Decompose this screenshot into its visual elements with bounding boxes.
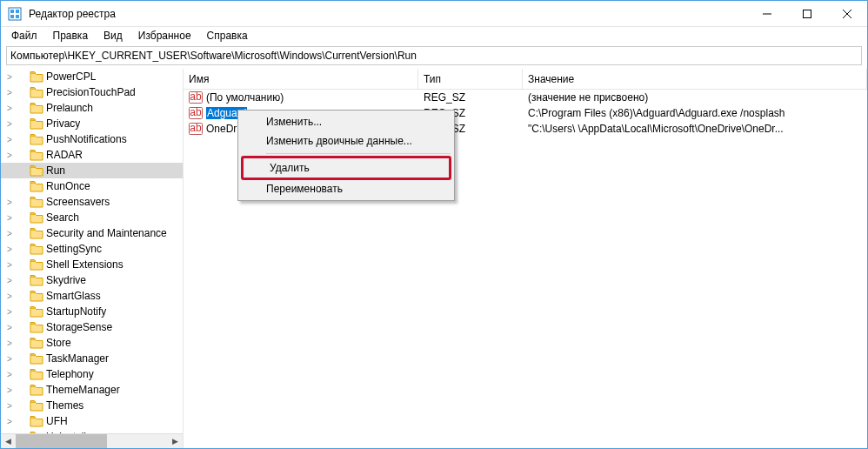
- svg-rect-6: [804, 10, 811, 17]
- tree-item[interactable]: >Privacy: [1, 116, 183, 131]
- expand-chevron-icon[interactable]: >: [4, 417, 15, 426]
- expand-chevron-icon[interactable]: >: [4, 104, 15, 113]
- tree-item[interactable]: >RunOnce: [1, 178, 183, 194]
- tree-item[interactable]: >Telephony: [1, 366, 183, 382]
- svg-text:ab: ab: [190, 107, 202, 118]
- expand-chevron-icon[interactable]: >: [4, 213, 15, 223]
- expand-chevron-icon[interactable]: >: [4, 401, 15, 411]
- value-data: (значение не присвоено): [523, 91, 867, 104]
- expand-chevron-icon[interactable]: >: [4, 72, 15, 82]
- menu-file[interactable]: Файл: [4, 28, 44, 44]
- expand-chevron-icon[interactable]: >: [4, 260, 15, 270]
- app-icon: [8, 7, 22, 21]
- menu-favorites[interactable]: Избранное: [131, 28, 198, 44]
- column-header-type[interactable]: Тип: [418, 69, 523, 89]
- tree-item-label: StorageSense: [46, 321, 112, 333]
- tree-item-label: Security and Maintenance: [46, 227, 167, 239]
- tree-item-label: ThemeManager: [46, 384, 120, 396]
- string-value-icon: ab: [189, 91, 203, 104]
- list-header: Имя Тип Значение: [184, 69, 867, 90]
- tree-item[interactable]: >Screensavers: [1, 194, 183, 210]
- folder-icon: [30, 384, 43, 396]
- tree-item[interactable]: >Skydrive: [1, 272, 183, 288]
- tree-item[interactable]: >RADAR: [1, 147, 183, 163]
- tree-item-label: RADAR: [46, 149, 83, 161]
- expand-chevron-icon[interactable]: >: [4, 354, 15, 364]
- column-header-data[interactable]: Значение: [523, 69, 867, 89]
- column-header-name[interactable]: Имя: [184, 69, 418, 89]
- tree-item-label: Skydrive: [46, 274, 86, 286]
- context-menu-delete[interactable]: Удалить: [241, 156, 451, 180]
- window-title: Редактор реестра: [29, 8, 747, 20]
- tree-body[interactable]: >PowerCPL>PrecisionTouchPad>Prelaunch>Pr…: [1, 69, 183, 433]
- tree-item[interactable]: >Shell Extensions: [1, 257, 183, 272]
- tree-item[interactable]: >TaskManager: [1, 351, 183, 366]
- tree-item-label: Privacy: [46, 117, 80, 130]
- expand-chevron-icon[interactable]: >: [4, 292, 15, 301]
- expand-chevron-icon[interactable]: >: [4, 229, 15, 238]
- scroll-track[interactable]: [16, 434, 168, 449]
- expand-chevron-icon[interactable]: >: [4, 323, 15, 332]
- folder-icon: [30, 70, 43, 83]
- tree-item[interactable]: >PushNotifications: [1, 131, 183, 147]
- tree-item[interactable]: >Security and Maintenance: [1, 225, 183, 241]
- minimize-button[interactable]: [747, 1, 787, 27]
- context-menu: Изменить... Изменить двоичные данные... …: [237, 110, 455, 201]
- expand-chevron-icon[interactable]: >: [4, 307, 15, 317]
- tree-horizontal-scrollbar[interactable]: ◀ ▶: [1, 433, 183, 448]
- tree-item[interactable]: >Run: [1, 163, 183, 178]
- expand-chevron-icon[interactable]: >: [4, 370, 15, 379]
- expand-chevron-icon[interactable]: >: [4, 338, 15, 348]
- svg-text:ab: ab: [190, 91, 202, 103]
- maximize-button[interactable]: [787, 1, 827, 27]
- expand-placeholder: >: [4, 166, 15, 176]
- folder-icon: [30, 274, 43, 286]
- tree-item[interactable]: >PrecisionTouchPad: [1, 84, 183, 100]
- tree-item-label: SettingSync: [46, 243, 102, 255]
- expand-chevron-icon[interactable]: >: [4, 135, 15, 144]
- folder-icon: [30, 196, 43, 208]
- menu-help[interactable]: Справка: [200, 28, 255, 44]
- context-menu-rename[interactable]: Переименовать: [240, 179, 452, 198]
- tree-item[interactable]: >UFH: [1, 413, 183, 429]
- tree-item[interactable]: >PowerCPL: [1, 69, 183, 84]
- tree-item[interactable]: >Store: [1, 335, 183, 351]
- tree-item[interactable]: >ThemeManager: [1, 382, 183, 398]
- tree-item[interactable]: >SettingSync: [1, 241, 183, 257]
- scroll-thumb[interactable]: [16, 434, 107, 449]
- address-bar[interactable]: Компьютер\HKEY_CURRENT_USER\Software\Mic…: [6, 46, 862, 65]
- folder-icon: [30, 102, 43, 114]
- menu-view[interactable]: Вид: [97, 28, 130, 44]
- close-button[interactable]: [827, 1, 867, 27]
- expand-chevron-icon[interactable]: >: [4, 88, 15, 97]
- value-name: (По умолчанию): [206, 91, 284, 104]
- tree-item-label: Shell Extensions: [46, 258, 124, 271]
- tree-item[interactable]: >Themes: [1, 398, 183, 413]
- tree-item-label: PushNotifications: [46, 133, 127, 145]
- expand-chevron-icon[interactable]: >: [4, 385, 15, 395]
- context-menu-modify-binary[interactable]: Изменить двоичные данные...: [240, 131, 452, 151]
- folder-icon: [30, 321, 43, 333]
- title-bar: Редактор реестра: [1, 1, 867, 27]
- expand-chevron-icon[interactable]: >: [4, 119, 15, 129]
- tree-item-label: UFH: [46, 415, 68, 427]
- expand-chevron-icon[interactable]: >: [4, 245, 15, 254]
- expand-chevron-icon[interactable]: >: [4, 198, 15, 207]
- scroll-right-arrow[interactable]: ▶: [168, 434, 183, 449]
- svg-rect-1: [10, 10, 14, 13]
- folder-icon: [30, 290, 43, 302]
- tree-item[interactable]: >StartupNotify: [1, 304, 183, 319]
- window-controls: [747, 1, 867, 27]
- menu-edit[interactable]: Правка: [46, 28, 96, 44]
- folder-icon: [30, 399, 43, 412]
- tree-item[interactable]: >SmartGlass: [1, 288, 183, 304]
- list-row[interactable]: ab(По умолчанию)REG_SZ(значение не присв…: [184, 90, 867, 105]
- tree-item-label: SmartGlass: [46, 290, 101, 302]
- expand-chevron-icon[interactable]: >: [4, 276, 15, 285]
- context-menu-modify[interactable]: Изменить...: [240, 112, 452, 131]
- scroll-left-arrow[interactable]: ◀: [1, 434, 16, 449]
- tree-item[interactable]: >Prelaunch: [1, 100, 183, 116]
- tree-item[interactable]: >Search: [1, 210, 183, 225]
- expand-chevron-icon[interactable]: >: [4, 151, 15, 160]
- tree-item[interactable]: >StorageSense: [1, 319, 183, 335]
